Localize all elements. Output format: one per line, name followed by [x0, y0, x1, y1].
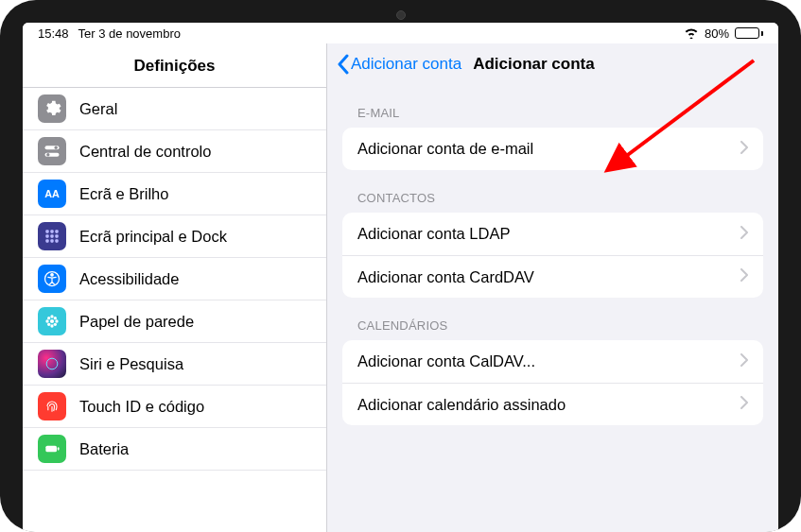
sidebar-item-label: Ecrã principal e Dock	[79, 228, 227, 246]
row-add-caldav[interactable]: Adicionar conta CalDAV...	[342, 340, 763, 383]
nav-header: Adicionar conta Adicionar conta	[327, 43, 778, 85]
battery-pct: 80%	[705, 26, 729, 41]
sidebar-item-label: Central de controlo	[79, 143, 211, 161]
row-add-ldap[interactable]: Adicionar conta LDAP	[342, 213, 763, 255]
svg-point-3	[46, 153, 49, 156]
svg-rect-13	[55, 239, 58, 242]
svg-point-2	[55, 146, 58, 149]
group-header-contacts: CONTACTOS	[342, 170, 763, 213]
svg-point-20	[55, 319, 58, 322]
chevron-right-icon	[740, 353, 748, 370]
accessibility-icon	[38, 265, 66, 293]
sidebar-item-label: Geral	[79, 100, 117, 118]
sidebar-item-home-dock[interactable]: Ecrã principal e Dock	[23, 215, 326, 258]
row-add-email-account[interactable]: Adicionar conta de e-mail	[342, 128, 763, 170]
svg-text:AA: AA	[44, 188, 60, 199]
siri-icon	[38, 350, 66, 378]
group-header-calendars: CALENDÁRIOS	[342, 298, 763, 340]
chevron-right-icon	[740, 268, 748, 285]
sidebar-item-label: Papel de parede	[79, 313, 194, 331]
status-bar: 15:48 Ter 3 de novembro 80%	[23, 23, 778, 43]
chevron-right-icon	[740, 396, 748, 413]
svg-point-17	[50, 315, 53, 317]
svg-point-15	[51, 274, 54, 277]
row-label: Adicionar calendário assinado	[357, 396, 566, 414]
gear-icon	[38, 94, 66, 123]
toggles-icon	[38, 137, 66, 165]
chevron-right-icon	[740, 141, 748, 158]
svg-point-23	[47, 323, 50, 326]
chevron-left-icon	[337, 54, 349, 75]
row-add-subscribed-calendar[interactable]: Adicionar calendário assinado	[342, 383, 763, 425]
sidebar-title: Definições	[23, 43, 326, 88]
back-label: Adicionar conta	[351, 55, 461, 74]
status-time: 15:48	[38, 26, 69, 41]
svg-point-16	[50, 319, 54, 323]
svg-rect-7	[55, 230, 58, 232]
sidebar-item-control-center[interactable]: Central de controlo	[23, 130, 326, 173]
sidebar-item-label: Bateria	[79, 440, 129, 458]
row-label: Adicionar conta CardDAV	[357, 268, 534, 286]
fingerprint-icon	[38, 392, 66, 420]
svg-rect-9	[50, 234, 53, 237]
status-date: Ter 3 de novembro	[78, 26, 181, 41]
svg-rect-5	[45, 230, 48, 232]
svg-point-24	[54, 323, 57, 326]
flower-icon	[38, 307, 66, 335]
group-header-email: E-MAIL	[342, 85, 763, 128]
wifi-icon	[684, 27, 699, 39]
sidebar-item-accessibility[interactable]: Acessibilidade	[23, 258, 326, 300]
svg-point-18	[50, 324, 53, 327]
sidebar-item-siri[interactable]: Siri e Pesquisa	[23, 343, 326, 386]
sidebar-item-general[interactable]: Geral	[23, 88, 326, 130]
grid-icon	[38, 222, 66, 250]
sidebar-item-battery[interactable]: Bateria	[23, 428, 326, 471]
sidebar-item-display[interactable]: AA Ecrã e Brilho	[23, 173, 326, 215]
sidebar-item-label: Touch ID e código	[79, 398, 204, 416]
svg-rect-26	[45, 446, 57, 453]
svg-point-25	[46, 358, 58, 369]
svg-rect-8	[45, 234, 48, 237]
svg-rect-27	[58, 447, 60, 450]
brightness-icon: AA	[38, 180, 66, 208]
settings-sidebar: Definições Geral Central de controlo	[23, 43, 327, 532]
chevron-right-icon	[740, 226, 748, 243]
svg-rect-6	[50, 230, 53, 232]
battery-icon	[38, 435, 66, 463]
sidebar-item-wallpaper[interactable]: Papel de parede	[23, 300, 326, 343]
page-title: Adicionar conta	[473, 55, 594, 74]
row-label: Adicionar conta de e-mail	[357, 140, 533, 158]
back-button[interactable]: Adicionar conta	[337, 54, 461, 75]
svg-point-22	[54, 317, 57, 319]
svg-point-19	[45, 319, 48, 322]
svg-rect-12	[50, 239, 53, 242]
row-add-carddav[interactable]: Adicionar conta CardDAV	[342, 255, 763, 298]
detail-pane: Adicionar conta Adicionar conta E-MAIL A…	[327, 43, 778, 532]
sidebar-item-label: Ecrã e Brilho	[79, 185, 168, 203]
svg-rect-11	[45, 239, 48, 242]
sidebar-item-touchid[interactable]: Touch ID e código	[23, 386, 326, 428]
sidebar-item-label: Acessibilidade	[79, 270, 179, 288]
row-label: Adicionar conta CalDAV...	[357, 352, 535, 370]
battery-icon	[735, 27, 763, 39]
sidebar-item-label: Siri e Pesquisa	[79, 355, 183, 373]
svg-rect-10	[55, 234, 58, 237]
svg-point-21	[47, 317, 50, 319]
row-label: Adicionar conta LDAP	[357, 225, 510, 243]
